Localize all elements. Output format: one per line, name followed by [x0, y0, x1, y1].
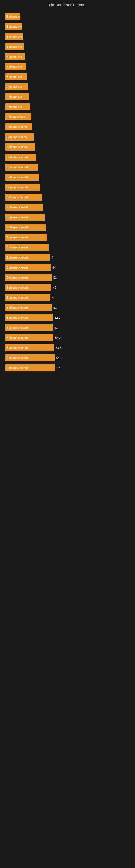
bar-value: 49: [53, 286, 56, 289]
bar-label: Bottleneck result: [5, 256, 28, 259]
bar-label: Bottleneck result: [5, 316, 28, 319]
bar-value: 4: [52, 296, 54, 299]
bar: Bottleneck result: [5, 294, 50, 301]
bar-label: Bottleneck result: [5, 206, 28, 209]
bar-value: 52: [57, 366, 60, 369]
bar-row: Bottleneck resu: [5, 143, 130, 152]
bar-row: Bottleneck result4: [5, 293, 130, 302]
bar-row: Bottleneck result53.5: [5, 343, 130, 352]
bar: Bottleneck r: [5, 53, 25, 60]
bar-label: Bottleneck resu: [5, 135, 27, 138]
bar-label: Bottleneck r: [5, 35, 22, 38]
bar-row: Bottleneck r: [5, 72, 130, 82]
bar: Bottleneck result: [5, 174, 39, 181]
bar-label: Bottleneck result: [5, 155, 28, 159]
bar-label: Bottleneck r: [5, 105, 22, 108]
bar-label: Bottleneck r: [5, 65, 22, 68]
bar: Bottleneck result: [5, 364, 55, 371]
bar-row: Bottleneck result49: [5, 283, 130, 292]
bar-value: 51: [53, 276, 57, 279]
bar: Bottleneck result: [5, 264, 51, 271]
bar: Bottleneck r: [5, 33, 23, 40]
bar-label: Bottleneck result: [5, 286, 28, 289]
bar-row: Bottleneck result54.1: [5, 353, 130, 362]
bar: Bottleneck result: [5, 224, 46, 231]
bar-row: Bottleneck result: [5, 173, 130, 182]
bar-label: Bottleneck r: [5, 75, 22, 79]
bar-value: 53.5: [56, 346, 61, 349]
page-title: TheBottlenecker.com: [0, 0, 135, 8]
bar-label: Bottleneck r: [5, 45, 22, 48]
bar-label: Bottleneck r: [5, 55, 22, 58]
bar-row: Bottleneck result: [5, 203, 130, 212]
bar: Bottleneck result: [5, 163, 38, 170]
bar-row: Bottleneck r: [5, 42, 130, 51]
bar-label: Bottleneck r: [5, 95, 22, 98]
bar: Bottleneck result: [5, 244, 49, 251]
bar-row: Bottleneck result44: [5, 263, 130, 272]
bar-label: Bottleneck result: [5, 236, 28, 239]
bar: Bottleneck result: [5, 184, 41, 191]
bar: Bottleneck result: [5, 354, 54, 361]
bar-label: Bottleneck result: [5, 356, 28, 360]
bar-label: Bottleneck result: [5, 195, 28, 199]
bar-value: 52.: [54, 326, 58, 329]
bar-label: Bottleneck result: [5, 165, 28, 169]
bar-label: Bottleneck result: [5, 176, 28, 179]
bar: Bottleneck result: [5, 334, 53, 341]
bar-value: 52.9: [54, 316, 60, 319]
bar: Bottleneck resu: [5, 144, 35, 151]
bar: Bottleneck result: [5, 284, 51, 291]
bar-value: 53.2: [55, 336, 61, 339]
bar: Bottleneck result: [5, 254, 50, 261]
bar-value: 54.1: [56, 356, 62, 360]
bar-row: Bottleneck result: [5, 152, 130, 162]
bar-row: Bottleneck r: [5, 92, 130, 101]
bar-label: Bottleneck result: [5, 306, 28, 309]
bar: Bottleneck result: [5, 234, 47, 241]
bar-row: Bottleneck res: [5, 112, 130, 122]
bar: Bottleneck r: [5, 93, 29, 100]
bar-row: Bottleneck result4: [5, 253, 130, 262]
bar-row: Bottleneck resu: [5, 122, 130, 131]
bar-label: Bottleneck: [5, 15, 20, 18]
bar-row: Bottleneck resu: [5, 132, 130, 142]
bar-row: Bottleneck result: [5, 243, 130, 252]
bar-label: Bottleneck resu: [5, 125, 27, 129]
bar-label: Bottleneck result: [5, 276, 28, 279]
bar: Bottleneck r: [5, 73, 27, 80]
bar-label: Bottleneck result: [5, 366, 28, 369]
bar: Bottleneck r: [5, 83, 28, 90]
bar-label: Bottleneck result: [5, 226, 28, 229]
bar-row: Bottleneck result: [5, 223, 130, 232]
bar-label: Bottleneck resu: [5, 145, 27, 149]
bar-row: Bottleneck result51: [5, 303, 130, 312]
bar-label: Bottleneck res: [5, 115, 26, 119]
bar: Bottleneck result: [5, 314, 53, 321]
bar-label: Bottleneck result: [5, 216, 28, 219]
bar-row: Bottleneck result: [5, 183, 130, 192]
bar-label: Bottleneck result: [5, 186, 28, 189]
chart-container: BottleneckBottleneck rBottleneck rBottle…: [0, 8, 135, 376]
bar: Bottleneck result: [5, 194, 42, 201]
bar-label: Bottleneck result: [5, 336, 28, 339]
bar: Bottleneck r: [5, 63, 26, 70]
bar-value: 44: [52, 266, 56, 269]
bar-row: Bottleneck result52.: [5, 323, 130, 332]
bar: Bottleneck r: [5, 103, 30, 111]
bar-label: Bottleneck result: [5, 296, 28, 299]
bar: Bottleneck result: [5, 324, 53, 331]
bar: Bottleneck resu: [5, 123, 32, 130]
bar: Bottleneck: [5, 13, 20, 20]
bar-row: Bottleneck r: [5, 102, 130, 112]
bar-row: Bottleneck r: [5, 82, 130, 91]
bar: Bottleneck result: [5, 214, 45, 221]
bar: Bottleneck r: [5, 23, 21, 30]
bar-label: Bottleneck result: [5, 326, 28, 329]
bar-label: Bottleneck r: [5, 25, 22, 28]
bar-row: Bottleneck result: [5, 162, 130, 172]
bar-row: Bottleneck result: [5, 233, 130, 242]
bar-row: Bottleneck r: [5, 62, 130, 71]
bar-row: Bottleneck result52: [5, 363, 130, 372]
bar-value: 4: [52, 256, 53, 259]
